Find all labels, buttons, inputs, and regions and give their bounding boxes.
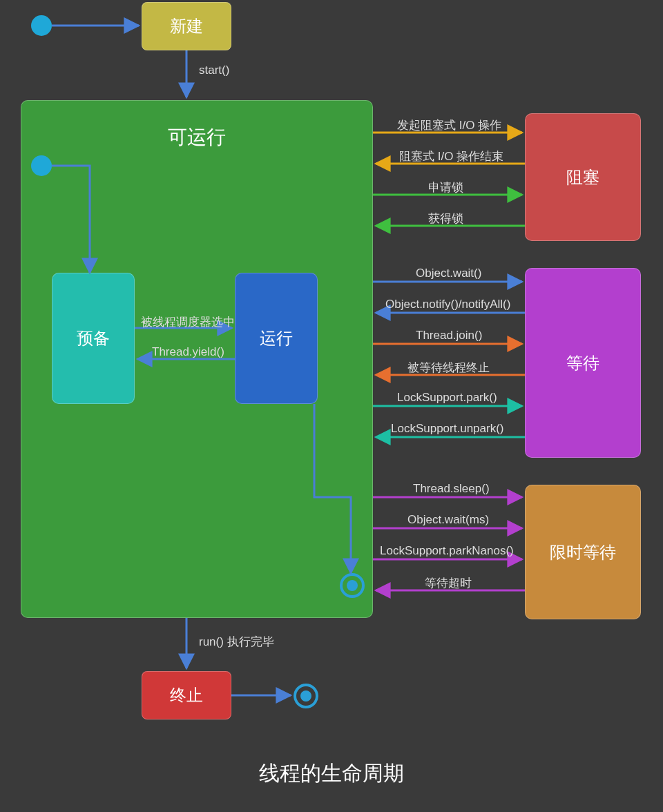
label-wait-ms: Object.wait(ms) (407, 513, 489, 527)
label-unpark: LockSupport.unpark() (391, 422, 503, 436)
label-run-done: run() 执行完毕 (199, 634, 274, 650)
state-terminated-label: 终止 (170, 684, 203, 706)
runnable-final-state (340, 573, 365, 598)
label-park: LockSupport.park() (397, 391, 497, 405)
label-start: start() (199, 64, 229, 77)
initial-state-dot (31, 15, 52, 36)
diagram-canvas: 新建 可运行 预备 运行 阻塞 等待 限时等待 终止 (0, 0, 663, 812)
state-blocked-label: 阻塞 (566, 166, 599, 188)
diagram-title: 线程的生命周期 (0, 760, 663, 788)
label-wait: Object.wait() (416, 267, 481, 280)
state-runnable-label: 可运行 (21, 124, 373, 151)
label-notify: Object.notify()/notifyAll() (385, 298, 510, 311)
state-waiting: 等待 (525, 268, 641, 458)
label-join: Thread.join() (416, 329, 482, 342)
label-lock-got: 获得锁 (428, 211, 463, 226)
final-state-ring (294, 684, 318, 708)
state-waiting-label: 等待 (566, 352, 599, 374)
state-new: 新建 (142, 2, 231, 50)
state-ready: 预备 (52, 273, 135, 404)
runnable-initial-dot (31, 155, 52, 176)
label-yield: Thread.yield() (152, 345, 224, 359)
label-park-nanos: LockSupport.parkNanos() (380, 544, 514, 558)
state-timed-waiting: 限时等待 (525, 485, 641, 619)
label-io-end: 阻塞式 I/O 操作结束 (399, 148, 503, 164)
state-running: 运行 (235, 273, 318, 404)
label-sleep: Thread.sleep() (413, 482, 490, 496)
label-scheduled: 被线程调度器选中 (141, 314, 235, 330)
state-new-label: 新建 (170, 15, 203, 37)
state-running-label: 运行 (260, 327, 293, 349)
state-blocked: 阻塞 (525, 113, 641, 241)
state-ready-label: 预备 (77, 327, 110, 349)
label-lock-req: 申请锁 (428, 180, 463, 195)
state-timed-label: 限时等待 (550, 541, 616, 563)
label-joined: 被等待线程终止 (407, 360, 490, 376)
label-timeout: 等待超时 (425, 575, 472, 591)
label-io-start: 发起阻塞式 I/O 操作 (397, 117, 501, 133)
state-terminated: 终止 (142, 671, 231, 719)
